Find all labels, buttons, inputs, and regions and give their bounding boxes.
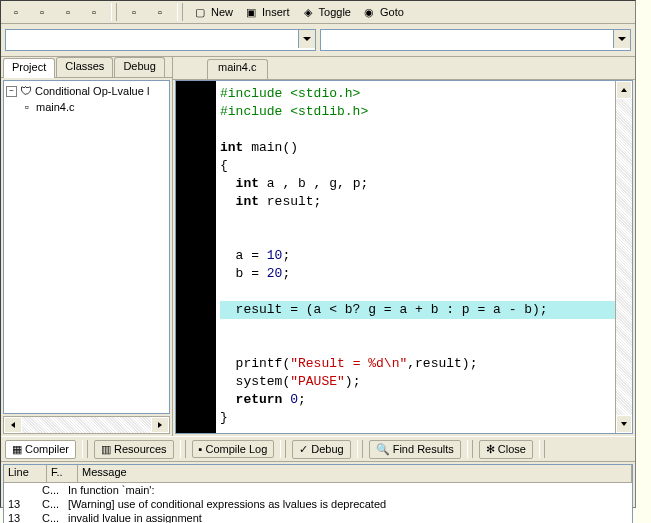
message-row[interactable]: 13C...[Warning] use of conditional expre…: [4, 497, 632, 511]
win-list-icon[interactable]: ▫: [83, 2, 105, 22]
file-tab[interactable]: main4.c: [207, 59, 268, 79]
editor-vscroll[interactable]: [615, 81, 632, 433]
help-icon[interactable]: ▫: [123, 2, 145, 22]
win-max-icon[interactable]: ▫: [57, 2, 79, 22]
new-btn-glyph: ▢: [192, 4, 208, 20]
compiler-icon: ▦: [12, 443, 22, 456]
message-row[interactable]: C...In function `main':: [4, 483, 632, 497]
messages-header: Line F.. Message: [4, 465, 632, 483]
win-tile-icon[interactable]: ▫: [5, 2, 27, 22]
output-tab-close[interactable]: ✻Close: [479, 440, 533, 459]
scroll-down-icon[interactable]: [616, 415, 632, 433]
scroll-right-icon[interactable]: [151, 417, 169, 433]
tree-hscroll[interactable]: [3, 416, 170, 434]
side-tab-classes[interactable]: Classes: [56, 57, 113, 77]
code-editor[interactable]: #include <stdio.h> #include <stdlib.h> i…: [216, 81, 615, 433]
help-icon-glyph: ▫: [126, 4, 142, 20]
output-tab-debug[interactable]: ✓Debug: [292, 440, 350, 459]
collapse-icon[interactable]: −: [6, 86, 17, 97]
scroll-left-icon[interactable]: [4, 417, 22, 433]
file-tab-label: main4.c: [218, 61, 257, 73]
debug-icon: ✓: [299, 443, 308, 456]
project-icon: 🛡: [19, 84, 33, 98]
main-toolbar: ▫▫▫▫▫▫▢New▣Insert◈Toggle◉Goto: [1, 1, 635, 24]
win-cascade-icon[interactable]: ▫: [31, 2, 53, 22]
toggle-btn-glyph: ◈: [300, 4, 316, 20]
new-btn-label: New: [211, 6, 233, 18]
dropdown-icon[interactable]: [613, 30, 630, 48]
about-icon[interactable]: ▫: [149, 2, 171, 22]
new-btn[interactable]: ▢New: [189, 2, 236, 22]
insert-btn-label: Insert: [262, 6, 290, 18]
tree-root[interactable]: − 🛡 Conditional Op-Lvalue l: [6, 83, 167, 99]
output-tab-compile-log[interactable]: ▪Compile Log: [192, 440, 275, 458]
class-combo[interactable]: [5, 29, 316, 51]
col-message[interactable]: Message: [78, 465, 632, 482]
project-panel: ProjectClassesDebug − 🛡 Conditional Op-L…: [1, 57, 173, 436]
scroll-up-icon[interactable]: [616, 81, 632, 99]
tree-file-label: main4.c: [36, 101, 75, 113]
project-tree[interactable]: − 🛡 Conditional Op-Lvalue l ▫ main4.c: [3, 80, 170, 414]
side-tabstrip: ProjectClassesDebug: [1, 57, 172, 78]
win-cascade-icon-glyph: ▫: [34, 4, 50, 20]
win-list-icon-glyph: ▫: [86, 4, 102, 20]
about-icon-glyph: ▫: [152, 4, 168, 20]
insert-btn-glyph: ▣: [243, 4, 259, 20]
goto-btn-glyph: ◉: [361, 4, 377, 20]
goto-btn[interactable]: ◉Goto: [358, 2, 407, 22]
combo-row: [1, 24, 635, 57]
file-tabstrip: main4.c: [173, 57, 635, 80]
win-tile-icon-glyph: ▫: [8, 4, 24, 20]
col-line[interactable]: Line: [4, 465, 47, 482]
toggle-btn[interactable]: ◈Toggle: [297, 2, 354, 22]
goto-btn-label: Goto: [380, 6, 404, 18]
find-results-icon: 🔍: [376, 443, 390, 456]
dropdown-icon[interactable]: [298, 30, 315, 48]
close-icon: ✻: [486, 443, 495, 456]
win-max-icon-glyph: ▫: [60, 4, 76, 20]
output-tab-find-results[interactable]: 🔍Find Results: [369, 440, 461, 459]
editor-pane: main4.c #include <stdio.h> #include <std…: [173, 57, 635, 436]
compiler-messages: Line F.. Message C...In function `main':…: [3, 464, 633, 523]
output-tab-resources[interactable]: ▥Resources: [94, 440, 174, 459]
toggle-btn-label: Toggle: [319, 6, 351, 18]
resources-icon: ▥: [101, 443, 111, 456]
col-file[interactable]: F..: [47, 465, 78, 482]
editor-gutter: [176, 81, 216, 433]
compile-log-icon: ▪: [199, 443, 203, 455]
file-icon: ▫: [20, 100, 34, 114]
side-tab-project[interactable]: Project: [3, 58, 55, 78]
tree-file[interactable]: ▫ main4.c: [6, 99, 167, 115]
tree-root-label: Conditional Op-Lvalue l: [35, 85, 149, 97]
side-tab-debug[interactable]: Debug: [114, 57, 164, 77]
insert-btn[interactable]: ▣Insert: [240, 2, 293, 22]
output-tab-compiler[interactable]: ▦Compiler: [5, 440, 76, 459]
message-row[interactable]: 13C...invalid lvalue in assignment: [4, 511, 632, 523]
output-tabstrip: ▦Compiler▥Resources▪Compile Log✓Debug🔍Fi…: [1, 436, 635, 462]
member-combo[interactable]: [320, 29, 631, 51]
